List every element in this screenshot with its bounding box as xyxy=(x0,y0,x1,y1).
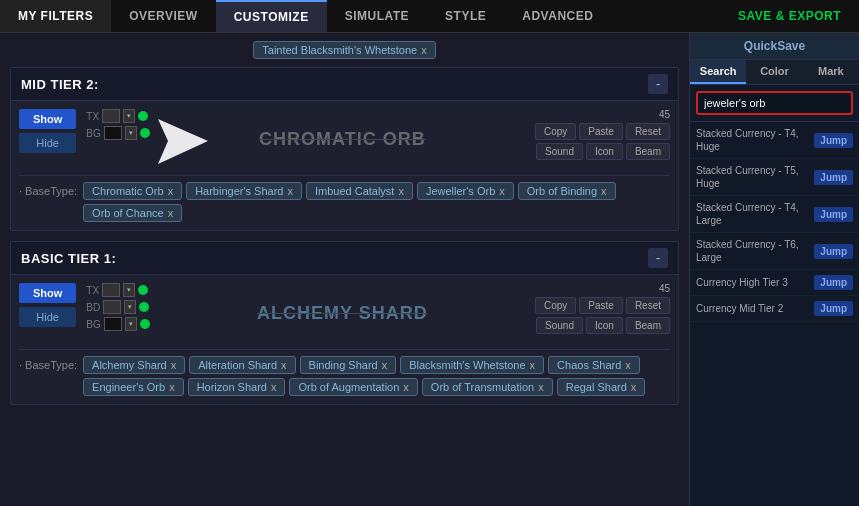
tag-blacksmiths-whetstone-remove[interactable]: x xyxy=(530,359,536,371)
mid-tier-2-icon-button[interactable]: Icon xyxy=(586,143,623,160)
tag-harbingers-shard-remove[interactable]: x xyxy=(287,185,293,197)
jump-item-2[interactable]: Stacked Currency - T4, Large Jump xyxy=(690,196,859,233)
tag-imbued-catalyst-remove[interactable]: x xyxy=(398,185,404,197)
basic-tier-1-basetype-row: · BaseType: Alchemy Shard x Alteration S… xyxy=(19,349,670,396)
tag-orb-of-chance-label: Orb of Chance xyxy=(92,207,164,219)
tab-mark[interactable]: Mark xyxy=(803,60,859,84)
basic-tier-1-paste-button[interactable]: Paste xyxy=(579,297,623,314)
tainted-tag-remove[interactable]: x xyxy=(421,44,427,56)
tag-orb-of-transmutation: Orb of Transmutation x xyxy=(422,378,553,396)
basic-tier-1-bg-swatch[interactable] xyxy=(104,317,122,331)
tag-alchemy-shard-label: Alchemy Shard xyxy=(92,359,167,371)
basic-tier-1-body: Show Hide TX ▾ BD xyxy=(11,275,678,404)
jump-item-3[interactable]: Stacked Currency - T6, Large Jump xyxy=(690,233,859,270)
basic-tier-1-tx-label: TX xyxy=(86,285,99,296)
mid-tier-2-hide-button[interactable]: Hide xyxy=(19,133,76,153)
jump-item-3-button[interactable]: Jump xyxy=(814,244,853,259)
nav-advanced[interactable]: ADVANCED xyxy=(504,0,611,32)
nav-save-export[interactable]: SAVE & EXPORT xyxy=(720,0,859,32)
tag-orb-of-transmutation-remove[interactable]: x xyxy=(538,381,544,393)
tag-alchemy-shard: Alchemy Shard x xyxy=(83,356,185,374)
tag-orb-of-transmutation-label: Orb of Transmutation xyxy=(431,381,534,393)
mid-tier-2-tags: Chromatic Orb x Harbinger's Shard x Imbu… xyxy=(83,182,670,222)
mid-tier-2-tx-row: TX ▾ xyxy=(86,109,149,123)
basic-tier-1-slider-value: 45 xyxy=(659,283,670,294)
jump-item-4[interactable]: Currency High Tier 3 Jump xyxy=(690,270,859,296)
tag-orb-of-augmentation-remove[interactable]: x xyxy=(403,381,409,393)
jump-item-2-button[interactable]: Jump xyxy=(814,207,853,222)
tag-horizon-shard: Horizon Shard x xyxy=(188,378,286,396)
jump-item-0-button[interactable]: Jump xyxy=(814,133,853,148)
basic-tier-1-bd-swatch[interactable] xyxy=(103,300,121,314)
basic-tier-1-bg-row: BG ▾ xyxy=(86,317,149,331)
tag-horizon-shard-remove[interactable]: x xyxy=(271,381,277,393)
basic-tier-1-beam-button[interactable]: Beam xyxy=(626,317,670,334)
search-input[interactable] xyxy=(696,91,853,115)
mid-tier-2-copy-button[interactable]: Copy xyxy=(535,123,576,140)
mid-tier-2-beam-button[interactable]: Beam xyxy=(626,143,670,160)
jump-item-0-label: Stacked Currency - T4, Huge xyxy=(696,127,814,153)
basic-tier-1-show-button[interactable]: Show xyxy=(19,283,76,303)
right-tabs: Search Color Mark xyxy=(690,60,859,85)
basic-tier-1-sound-button[interactable]: Sound xyxy=(536,317,583,334)
tag-regal-shard-remove[interactable]: x xyxy=(631,381,637,393)
nav-customize[interactable]: CUSTOMIZE xyxy=(216,0,327,32)
nav-my-filters[interactable]: MY FILTERS xyxy=(0,0,111,32)
jump-item-1-button[interactable]: Jump xyxy=(814,170,853,185)
tag-engineers-orb-remove[interactable]: x xyxy=(169,381,175,393)
jump-item-4-button[interactable]: Jump xyxy=(814,275,853,290)
basic-tier-1-tx-dropdown[interactable]: ▾ xyxy=(123,283,135,297)
mid-tier-2-title: MID TIER 2: xyxy=(21,77,99,92)
mid-tier-2-reset-button[interactable]: Reset xyxy=(626,123,670,140)
mid-tier-2-section: MID TIER 2: - Show Hide TX ▾ xyxy=(10,67,679,231)
mid-tier-2-slider-value: 45 xyxy=(659,109,670,120)
mid-tier-2-collapse[interactable]: - xyxy=(648,74,668,94)
mid-tier-2-body: Show Hide TX ▾ BG xyxy=(11,101,678,230)
basic-tier-1-bg-dropdown[interactable]: ▾ xyxy=(125,317,137,331)
basic-tier-1-collapse[interactable]: - xyxy=(648,248,668,268)
tag-alteration-shard: Alteration Shard x xyxy=(189,356,295,374)
basic-tier-1-controls: Show Hide TX ▾ BD xyxy=(19,283,670,343)
basic-tier-1-tx-swatch[interactable] xyxy=(102,283,120,297)
basic-tier-1-bd-dropdown[interactable]: ▾ xyxy=(124,300,136,314)
mid-tier-2-tx-swatch[interactable] xyxy=(102,109,120,123)
tag-orb-of-augmentation-label: Orb of Augmentation xyxy=(298,381,399,393)
tag-jewellers-orb-remove[interactable]: x xyxy=(499,185,505,197)
jump-item-5[interactable]: Currency Mid Tier 2 Jump xyxy=(690,296,859,322)
basic-tier-1-actions: 45 Copy Paste Reset Sound Icon Beam xyxy=(535,283,670,334)
jump-item-5-button[interactable]: Jump xyxy=(814,301,853,316)
basic-tier-1-hide-button[interactable]: Hide xyxy=(19,307,76,327)
tag-chaos-shard-remove[interactable]: x xyxy=(625,359,631,371)
jump-item-5-label: Currency Mid Tier 2 xyxy=(696,302,814,315)
basic-tier-1-copy-button[interactable]: Copy xyxy=(535,297,576,314)
tag-orb-of-binding-remove[interactable]: x xyxy=(601,185,607,197)
nav-overview[interactable]: OVERVIEW xyxy=(111,0,215,32)
mid-tier-2-show-hide: Show Hide xyxy=(19,109,76,153)
left-panel: Tainted Blacksmith's Whetstone x MID TIE… xyxy=(0,33,689,506)
mid-tier-2-tx-dropdown[interactable]: ▾ xyxy=(123,109,135,123)
tab-color[interactable]: Color xyxy=(746,60,802,84)
jump-item-1[interactable]: Stacked Currency - T5, Huge Jump xyxy=(690,159,859,196)
mid-tier-2-paste-button[interactable]: Paste xyxy=(579,123,623,140)
nav-simulate[interactable]: SIMULATE xyxy=(327,0,427,32)
tag-chromatic-orb-remove[interactable]: x xyxy=(168,185,174,197)
tag-orb-of-chance-remove[interactable]: x xyxy=(168,207,174,219)
tag-binding-shard-label: Binding Shard xyxy=(309,359,378,371)
tag-regal-shard-label: Regal Shard xyxy=(566,381,627,393)
mid-tier-2-bg-swatch[interactable] xyxy=(104,126,122,140)
tag-alteration-shard-label: Alteration Shard xyxy=(198,359,277,371)
tag-binding-shard-remove[interactable]: x xyxy=(382,359,388,371)
tag-alteration-shard-remove[interactable]: x xyxy=(281,359,287,371)
nav-style[interactable]: STYLE xyxy=(427,0,504,32)
mid-tier-2-show-button[interactable]: Show xyxy=(19,109,76,129)
mid-tier-2-sound-button[interactable]: Sound xyxy=(536,143,583,160)
tag-alchemy-shard-remove[interactable]: x xyxy=(171,359,177,371)
mid-tier-2-controls: Show Hide TX ▾ BG xyxy=(19,109,670,169)
basic-tier-1-icon-button[interactable]: Icon xyxy=(586,317,623,334)
tab-search[interactable]: Search xyxy=(690,60,746,84)
mid-tier-2-tx-label: TX xyxy=(86,111,99,122)
main-layout: Tainted Blacksmith's Whetstone x MID TIE… xyxy=(0,33,859,506)
jump-item-0[interactable]: Stacked Currency - T4, Huge Jump xyxy=(690,122,859,159)
mid-tier-2-bg-dropdown[interactable]: ▾ xyxy=(125,126,137,140)
basic-tier-1-reset-button[interactable]: Reset xyxy=(626,297,670,314)
